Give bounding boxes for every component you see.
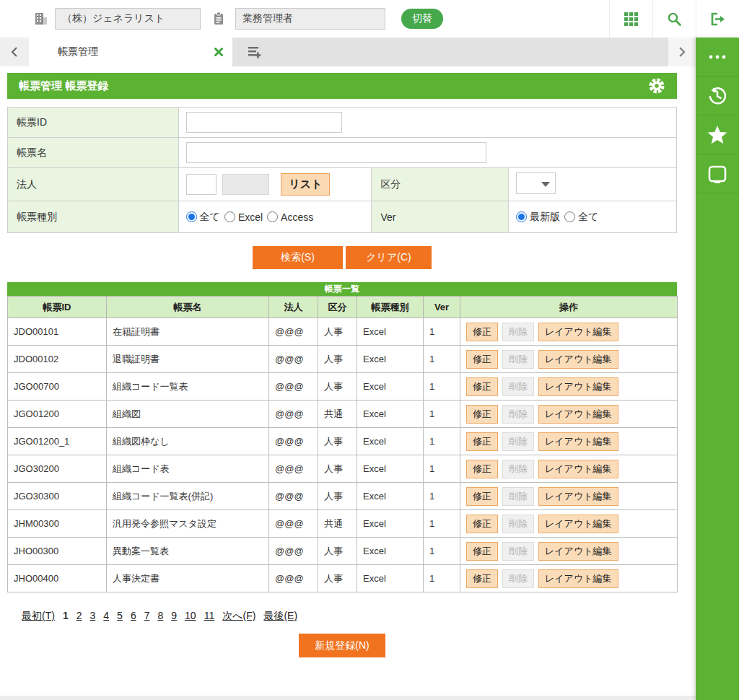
tab-scroll-right-button[interactable] <box>668 38 696 66</box>
form-type-option-all[interactable]: 全て <box>186 211 220 224</box>
pagination-page-link[interactable]: 9 <box>171 610 177 621</box>
pagination-page-link[interactable]: 4 <box>103 610 109 621</box>
list-title: 帳票一覧 <box>7 282 677 296</box>
role-input[interactable] <box>235 8 385 30</box>
ver-option-all[interactable]: 全て <box>564 211 598 224</box>
layout-edit-button[interactable]: レイアウト編集 <box>538 460 618 478</box>
add-tab-button[interactable] <box>247 38 263 66</box>
cell-form-type: Excel <box>357 455 424 483</box>
edit-button[interactable]: 修正 <box>466 515 498 533</box>
layout-edit-button[interactable]: レイアウト編集 <box>538 350 618 369</box>
pagination-page-link[interactable]: 6 <box>131 610 136 621</box>
column-header: 帳票名 <box>107 297 269 318</box>
building-icon <box>33 11 49 27</box>
sidebar-favorites-button[interactable] <box>696 115 739 154</box>
pagination-first-link[interactable]: 最初(T) <box>22 610 55 621</box>
search-submit-button[interactable]: 検索(S) <box>253 246 343 269</box>
star-icon <box>707 125 728 145</box>
edit-button[interactable]: 修正 <box>466 460 498 478</box>
cell-form-id: JHM00300 <box>8 510 107 538</box>
layout-edit-button[interactable]: レイアウト編集 <box>538 405 618 424</box>
company-input[interactable] <box>55 8 201 30</box>
form-type-radio-access[interactable] <box>267 211 278 222</box>
cell-actions: 修正削除レイアウト編集 <box>460 401 678 428</box>
pagination-page-link[interactable]: 5 <box>117 610 123 621</box>
delete-button: 削除 <box>502 542 534 561</box>
layout-edit-button[interactable]: レイアウト編集 <box>538 487 618 506</box>
cell-category: 人事 <box>318 483 357 510</box>
layout-edit-button[interactable]: レイアウト編集 <box>538 323 618 341</box>
cell-corp: @@@ <box>269 565 318 592</box>
pagination-page-link[interactable]: 8 <box>157 610 163 621</box>
chevron-down-icon <box>541 182 550 187</box>
close-icon <box>214 47 224 57</box>
corp-list-button[interactable]: リスト <box>281 173 330 196</box>
tab-scroll-left-button[interactable] <box>0 38 29 66</box>
form-type-radio-all[interactable] <box>186 211 197 222</box>
layout-edit-button[interactable]: レイアウト編集 <box>538 515 618 533</box>
pagination-page-link[interactable]: 11 <box>204 610 215 621</box>
edit-button[interactable]: 修正 <box>466 542 498 561</box>
sidebar-more-button[interactable] <box>696 38 739 76</box>
pagination-page-link[interactable]: 2 <box>76 610 82 621</box>
settings-button[interactable] <box>648 77 665 95</box>
form-id-input[interactable] <box>186 112 342 133</box>
logout-button[interactable] <box>696 0 739 38</box>
edit-button[interactable]: 修正 <box>466 487 498 506</box>
column-header: 法人 <box>269 297 318 318</box>
cell-form-name: 組織図 <box>107 401 269 428</box>
sidebar-memo-button[interactable] <box>696 154 739 193</box>
ver-radio-latest[interactable] <box>516 211 527 222</box>
cell-ver: 1 <box>424 455 460 483</box>
pagination-page-link[interactable]: 7 <box>144 610 150 621</box>
ver-option-latest[interactable]: 最新版 <box>516 211 560 224</box>
pagination-page-link[interactable]: 10 <box>185 610 196 621</box>
category-select[interactable] <box>516 172 556 194</box>
cell-corp: @@@ <box>269 346 318 373</box>
search-form: 帳票ID 帳票名 法人 リスト 区分 <box>7 107 677 233</box>
ver-radio-all[interactable] <box>564 211 575 222</box>
search-button[interactable] <box>652 0 696 38</box>
cell-actions: 修正削除レイアウト編集 <box>460 538 678 565</box>
edit-button[interactable]: 修正 <box>466 432 498 451</box>
layout-edit-button[interactable]: レイアウト編集 <box>538 432 618 451</box>
edit-button[interactable]: 修正 <box>466 377 498 396</box>
edit-button[interactable]: 修正 <box>466 569 498 588</box>
tab-form-management[interactable]: 帳票管理 <box>29 38 232 66</box>
new-register-button[interactable]: 新規登録(N) <box>299 634 385 657</box>
pagination-page-link[interactable]: 3 <box>89 610 95 621</box>
delete-button: 削除 <box>502 487 534 506</box>
apps-menu-button[interactable] <box>609 0 652 38</box>
delete-button: 削除 <box>502 569 534 588</box>
ver-label: Ver <box>372 201 509 233</box>
cell-corp: @@@ <box>269 428 318 455</box>
clipboard-icon <box>212 12 225 26</box>
delete-button: 削除 <box>502 432 534 451</box>
cell-form-id: JHO00400 <box>8 565 107 592</box>
table-row: JGO01200_1組織図枠なし@@@人事Excel1修正削除レイアウト編集 <box>8 428 678 455</box>
corp-code-input[interactable] <box>186 174 217 195</box>
pagination-next-link[interactable]: 次へ(F) <box>222 610 255 621</box>
layout-edit-button[interactable]: レイアウト編集 <box>538 542 618 561</box>
cell-form-type: Excel <box>357 510 424 538</box>
form-type-option-access[interactable]: Access <box>267 211 313 223</box>
form-name-input[interactable] <box>186 142 486 163</box>
cell-form-name: 組織コード表 <box>107 455 269 483</box>
pagination-last-link[interactable]: 最後(E) <box>263 610 297 621</box>
edit-button[interactable]: 修正 <box>466 323 498 341</box>
layout-edit-button[interactable]: レイアウト編集 <box>538 569 618 588</box>
sidebar-history-button[interactable] <box>696 76 739 115</box>
tab-close-button[interactable] <box>214 47 224 57</box>
form-type-radio-excel[interactable] <box>224 211 235 222</box>
cell-corp: @@@ <box>269 538 318 565</box>
form-type-option-excel[interactable]: Excel <box>224 211 263 223</box>
cell-category: 人事 <box>318 565 357 592</box>
main-area: 帳票管理 帳票登録 帳票ID 帳票名 法人 <box>0 73 739 700</box>
clear-button[interactable]: クリア(C) <box>346 246 432 269</box>
edit-button[interactable]: 修正 <box>466 350 498 369</box>
switch-button[interactable]: 切替 <box>401 9 443 29</box>
edit-button[interactable]: 修正 <box>466 405 498 424</box>
corp-name-display[interactable] <box>222 174 269 195</box>
cell-ver: 1 <box>424 401 460 428</box>
layout-edit-button[interactable]: レイアウト編集 <box>538 377 618 396</box>
